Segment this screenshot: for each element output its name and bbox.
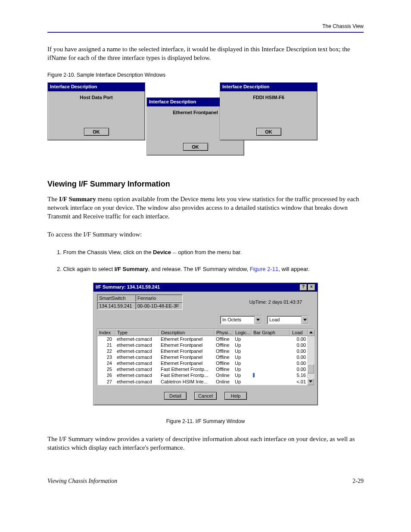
interface-table: Index Type Description Physi... Logic...… [97,329,314,385]
table-row[interactable]: 25ethernet-csmacdFast Ethernet Frontp...… [97,366,314,372]
table-row[interactable]: 22ethernet-csmacdEthernet FrontpanelOffl… [97,348,314,354]
combo-text: Load [268,316,301,324]
scroll-down-button[interactable] [307,378,314,385]
if-summary-window: I/F Summary: 134.141.59.241 ? × SmartSwi… [93,283,318,405]
page-footer: Viewing Chassis Information 2-29 [47,478,364,485]
table-row[interactable]: 20ethernet-csmacdEthernet FrontpanelOffl… [97,336,314,342]
dialog-title: Interface Description [222,84,269,90]
figure-label: Figure 2-10. [47,72,75,78]
col-index[interactable]: Index [97,329,115,336]
section-heading: Viewing I/F Summary Information [47,180,364,189]
device-mac-field: 00-00-1D-48-EE-3F [135,302,183,310]
footer-section: Viewing Chassis Information [47,478,117,484]
dialog-titlebar: Interface Description [220,83,317,91]
figure-caption-1: Figure 2-10. Sample Interface Descriptio… [47,72,364,78]
step-1: 1. From the Chassis View, click on the D… [57,249,364,256]
running-head: The Chassis View [47,23,364,29]
table-row[interactable]: 27ethernet-csmacdCabletron HSIM Inte...O… [97,379,314,385]
dialog-row: Interface Description Host Data Port OK … [47,82,364,168]
help-icon[interactable]: ? [299,284,307,291]
dialog-content: Host Data Port [48,91,145,103]
figure-link[interactable]: Figure 2-11 [250,266,278,272]
body-paragraph-3: To access the I/F Summary window: [47,230,364,239]
if-summary-title: I/F Summary: 134.141.59.241 [96,284,160,290]
detail-button[interactable]: Detail [164,392,187,400]
ok-button[interactable]: OK [183,143,208,151]
menu-arrow-icon: — [173,251,177,255]
ok-button[interactable]: OK [84,128,109,136]
close-icon[interactable]: × [308,284,315,291]
bar-graph-mark [253,373,255,377]
figure-text: I/F Summary Window [196,418,245,424]
if-summary-header: SmartSwitch 134.141.59.241 Fennario 00-0… [93,292,318,324]
body-paragraph-2: The I/F Summary menu option available fr… [47,195,364,221]
scroll-up-button[interactable] [308,329,314,336]
col-type[interactable]: Type [115,329,159,336]
table-row[interactable]: 26ethernet-csmacdFast Ethernet Frontp...… [97,372,314,379]
header-rule [47,32,364,33]
col-physical[interactable]: Physi... [215,329,234,336]
dialog-title: Interface Description [50,84,97,90]
scrollbar-thumb[interactable] [307,364,314,373]
dialog-title: Interface Description [149,99,196,105]
button-bar: Detail Cancel Help [93,389,318,405]
figure-label: Figure 2-11. [166,418,194,424]
device-ip-field: 134.141.59.241 [97,302,136,310]
table-row[interactable]: 23ethernet-csmacdEthernet FrontpanelOffl… [97,354,314,360]
dialog-fddi: Interface Description FDDI HSIM-F6 OK [220,82,318,140]
intro-paragraph: If you have assigned a name to the selec… [47,45,364,62]
col-bargraph[interactable]: Bar Graph [252,329,290,336]
col-description[interactable]: Description [159,329,215,336]
dialog-host-data-port: Interface Description Host Data Port OK [47,82,145,140]
table-row[interactable]: 21ethernet-csmacdEthernet FrontpanelOffl… [97,342,314,348]
display-mode-combo[interactable]: Load [267,316,309,324]
figure-caption-2: Figure 2-11. I/F Summary Window [47,418,364,424]
combo-text: In Octets [221,316,254,324]
chevron-down-icon[interactable] [301,316,308,324]
if-summary-titlebar: I/F Summary: 134.141.59.241 ? × [93,283,318,292]
figure-text: Sample Interface Description Windows [77,72,165,78]
table-header-row: Index Type Description Physi... Logic...… [97,329,314,336]
table-row[interactable]: 24ethernet-csmacdEthernet FrontpanelOffl… [97,360,314,366]
uptime-label: UpTime: 2 days 01:43:37 [249,299,302,305]
device-name-field: SmartSwitch [97,294,136,302]
step-2: 2. Click again to select I/F Summary, an… [57,265,364,273]
cancel-button[interactable]: Cancel [194,392,217,400]
summary-figure-area: I/F Summary: 134.141.59.241 ? × SmartSwi… [47,283,364,405]
col-logical[interactable]: Logic... [234,329,252,336]
dialog-titlebar: Interface Description [48,83,145,91]
device-location-field: Fennario [135,294,183,302]
col-load[interactable]: Load [290,329,308,336]
chevron-down-icon[interactable] [254,316,262,324]
ok-button[interactable]: OK [256,128,281,136]
dialog-content: FDDI HSIM-F6 [220,91,317,103]
stat-type-combo[interactable]: In Octets [220,316,262,324]
closing-paragraph: The I/F Summary window provides a variet… [47,435,364,452]
help-button[interactable]: Help [224,392,247,400]
footer-page-number: 2-29 [352,478,364,485]
